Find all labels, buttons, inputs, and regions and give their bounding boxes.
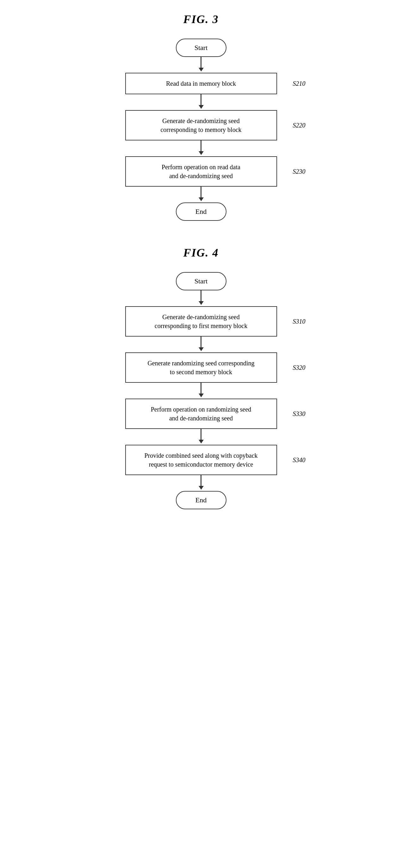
figure-3-title: FIG. 3: [183, 13, 219, 26]
arrow-4-2: [198, 383, 204, 399]
process-s330: Perform operation on randomizing seed an…: [125, 399, 277, 429]
start-node-4: Start: [90, 272, 312, 290]
flowchart-3: Start Read data in memory block S210 Gen…: [90, 39, 312, 221]
label-s310: S310: [293, 318, 306, 325]
label-s210: S210: [293, 80, 306, 87]
label-s340: S340: [293, 457, 306, 464]
terminal-start-4: Start: [176, 272, 226, 290]
step-s230-wrapper: Perform operation on read data and de-ra…: [90, 156, 312, 187]
start-node-3: Start: [90, 39, 312, 57]
end-node-3: End: [90, 203, 312, 221]
process-s210: Read data in memory block: [125, 73, 277, 94]
figure-4-title: FIG. 4: [183, 246, 219, 259]
process-s220: Generate de-randomizing seed correspondi…: [125, 110, 277, 141]
flowchart-4: Start Generate de-randomizing seed corre…: [90, 272, 312, 509]
label-s230: S230: [293, 168, 306, 175]
arrow-4-3: [198, 429, 204, 445]
step-s220-wrapper: Generate de-randomizing seed correspondi…: [90, 110, 312, 141]
label-s220: S220: [293, 122, 306, 129]
process-s340: Provide combined seed along with copybac…: [125, 445, 277, 475]
arrow-4-0: [198, 290, 204, 306]
arrow-3-0: [198, 57, 204, 73]
arrow-3-3: [198, 187, 204, 203]
figure-3: FIG. 3 Start Read data in memory block S…: [90, 13, 312, 221]
label-s320: S320: [293, 364, 306, 371]
terminal-end-4: End: [176, 491, 226, 509]
figure-4: FIG. 4 Start Generate de-randomizing see…: [90, 246, 312, 509]
process-s310: Generate de-randomizing seed correspondi…: [125, 306, 277, 337]
step-s310-wrapper: Generate de-randomizing seed correspondi…: [90, 306, 312, 337]
end-node-4: End: [90, 491, 312, 509]
process-s230: Perform operation on read data and de-ra…: [125, 156, 277, 187]
arrow-3-1: [198, 94, 204, 110]
step-s330-wrapper: Perform operation on randomizing seed an…: [90, 399, 312, 429]
step-s340-wrapper: Provide combined seed along with copybac…: [90, 445, 312, 475]
arrow-4-4: [198, 475, 204, 491]
terminal-start-3: Start: [176, 39, 226, 57]
step-s210-wrapper: Read data in memory block S210: [90, 73, 312, 94]
terminal-end-3: End: [176, 203, 226, 221]
step-s320-wrapper: Generate randomizing seed corresponding …: [90, 352, 312, 383]
label-s330: S330: [293, 410, 306, 417]
arrow-3-2: [198, 141, 204, 156]
process-s320: Generate randomizing seed corresponding …: [125, 352, 277, 383]
arrow-4-1: [198, 337, 204, 352]
